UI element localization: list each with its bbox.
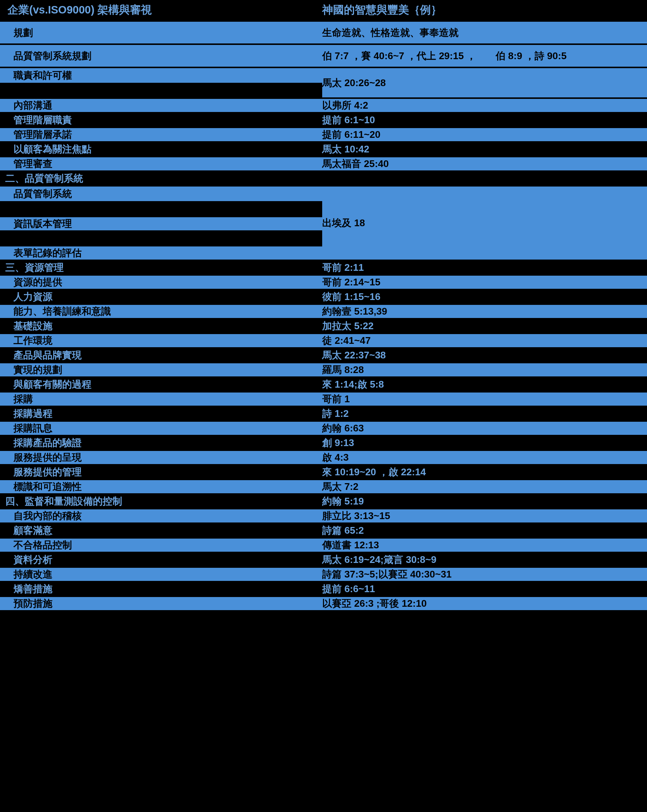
table-cell-left: 表單記錄的評估	[0, 245, 322, 259]
table-row: 顧客滿意詩篇 65:2	[0, 522, 647, 537]
table-cell-left: 管理者代表	[0, 83, 322, 98]
table-row: 規劃生命造就、性格造就、事奉造就	[0, 20, 647, 43]
table-cell-left: 文件要求	[0, 201, 322, 216]
table-cell-left: 以顧客為關注焦點	[0, 143, 322, 156]
table-cell-left: 人力資源	[0, 290, 322, 304]
table-row: 品質管制系統規劃伯 7:7 ，賽 40:6~7 ，代上 29:15 ， 伯 8:…	[0, 43, 647, 67]
table-cell-left: 服務提供的呈現	[0, 451, 322, 464]
table-row: 實現的規劃羅馬 8:28	[0, 362, 647, 376]
table-cell-right: 來 10:19~20 ，啟 22:14	[322, 466, 647, 479]
table-cell-right: 詩 1:2	[322, 407, 647, 420]
table-cell-right: 哥前 2:14~15	[322, 276, 647, 289]
table-cell-left: 管理階層承諾	[0, 128, 322, 141]
table-cell-right: 馬太 22:37~38	[322, 349, 647, 362]
table-row: 能力、培養訓練和意識約翰壹 5:13,39	[0, 304, 647, 318]
table-cell-left: 資源的提供	[0, 276, 322, 289]
table-row: 管理審查馬太福音 25:40	[0, 156, 647, 170]
table-cell-left: 實現的規劃	[0, 363, 322, 376]
table-cell-right: 馬太 10:42	[322, 143, 647, 156]
table-row: 二、品質管制系統	[0, 170, 647, 185]
table-cell-left: 工作環境	[0, 334, 322, 347]
table-cell-right: 傳道書 12:13	[322, 539, 647, 552]
table-cell-left: 服務提供的管理	[0, 466, 322, 479]
table-cell-right: 以弗所 4:2	[322, 99, 647, 112]
table-cell-right: 馬太 6:19~24;箴言 30:8~9	[322, 553, 647, 566]
table-cell-right: 馬太 7:2	[322, 480, 647, 493]
table-cell-right: 約翰壹 5:13,39	[322, 305, 647, 318]
table-cell-left: 規劃	[0, 22, 322, 43]
table-row: 採購訊息約翰 6:63	[0, 420, 647, 435]
table-cell-right: 提前 6:11~20	[322, 128, 647, 141]
table-cell-left: 四、監督和量測設備的控制	[0, 495, 322, 508]
table-cell-left: 採購過程	[0, 407, 322, 420]
table-row: 資源的提供哥前 2:14~15	[0, 274, 647, 289]
table-header: 企業(vs.ISO9000) 架構與審視 神國的智慧與豐美｛例｝	[0, 0, 647, 20]
table-cell-left: 品質管制系統	[0, 186, 322, 201]
header-right: 神國的智慧與豐美｛例｝	[322, 3, 647, 18]
table-row: 內部溝通以弗所 4:2	[0, 98, 647, 112]
table-row: 服務提供的管理來 10:19~20 ，啟 22:14	[0, 464, 647, 479]
table-cell-left: 顧客滿意	[0, 524, 322, 537]
table-cell-left: 產品與品牌實現	[0, 349, 322, 362]
table-row: 管理階層承諾提前 6:11~20	[0, 127, 647, 141]
table-cell-left: 與顧客有關的過程	[0, 378, 322, 391]
table-cell-left: 矯善措施	[0, 582, 322, 595]
table-cell-left: 流程規劃	[0, 230, 322, 245]
table-cell-right: 腓立比 3:13~15	[322, 509, 647, 522]
table-row: 採購產品的驗證創 9:13	[0, 435, 647, 449]
table-cell-left: 採購訊息	[0, 422, 322, 435]
table-cell-left: 二、品質管制系統	[0, 172, 322, 185]
table-cell-left: 職責和許可權	[0, 68, 322, 83]
table-cell-right: 約翰 6:63	[322, 422, 647, 435]
table-row: 以顧客為關注焦點馬太 10:42	[0, 141, 647, 156]
table-cell-right: 生命造就、性格造就、事奉造就	[322, 22, 647, 43]
table-cell-right: 馬太福音 25:40	[322, 157, 647, 170]
table-cell-right: 提前 6:6~11	[322, 582, 647, 595]
table-cell-right: 詩篇 37:3~5;以賽亞 40:30~31	[322, 568, 647, 581]
table-cell-right: 加拉太 5:22	[322, 319, 647, 333]
table-cell-left: 採購	[0, 392, 322, 406]
table-row: 自我內部的稽核腓立比 3:13~15	[0, 508, 647, 522]
table-row: 產品與品牌實現馬太 22:37~38	[0, 347, 647, 362]
table-row: 資料分析馬太 6:19~24;箴言 30:8~9	[0, 552, 647, 566]
table-cell-right: 哥前 1	[322, 392, 647, 406]
table-cell-right: 來 1:14;啟 5:8	[322, 378, 647, 391]
table-cell-right: 啟 4:3	[322, 451, 647, 464]
table-row: 不合格品控制傳道書 12:13	[0, 537, 647, 552]
group-left: 品質管制系統文件要求資訊版本管理流程規劃表單記錄的評估	[0, 186, 322, 259]
table-row: 矯善措施提前 6:6~11	[0, 581, 647, 595]
table-cell-right: 羅馬 8:28	[322, 363, 647, 376]
table-cell-left: 資料分析	[0, 553, 322, 566]
table-cell-left: 不合格品控制	[0, 539, 322, 552]
table-cell-right: 哥前 2:11	[322, 261, 647, 274]
table-row: 採購哥前 1	[0, 391, 647, 406]
table-cell-left: 預防措施	[0, 597, 322, 610]
row-group: 職責和許可權管理者代表馬太 20:26~28	[0, 67, 647, 98]
table-cell-right: 徒 2:41~47	[322, 334, 647, 347]
table-cell-right: 彼前 1:15~16	[322, 290, 647, 304]
table-cell-left: 基礎設施	[0, 319, 322, 333]
table-cell-right: 約翰 5:19	[322, 495, 647, 508]
table-cell-left: 持續改進	[0, 568, 322, 581]
table-cell-right-merged: 馬太 20:26~28	[322, 68, 647, 98]
table-cell-left: 管理階層職責	[0, 113, 322, 127]
header-left: 企業(vs.ISO9000) 架構與審視	[0, 3, 322, 18]
table-cell-right: 提前 6:1~10	[322, 113, 647, 127]
table-row: 人力資源彼前 1:15~16	[0, 289, 647, 304]
table-cell-right: 伯 7:7 ，賽 40:6~7 ，代上 29:15 ， 伯 8:9 ，詩 90:…	[322, 45, 647, 67]
table-cell-left: 資訊版本管理	[0, 216, 322, 230]
table-cell-right: 詩篇 65:2	[322, 524, 647, 537]
table-row: 與顧客有關的過程來 1:14;啟 5:8	[0, 376, 647, 391]
table-cell-left: 管理審查	[0, 157, 322, 170]
table-body: 規劃生命造就、性格造就、事奉造就品質管制系統規劃伯 7:7 ，賽 40:6~7 …	[0, 20, 647, 610]
table-cell-left: 採購產品的驗證	[0, 437, 322, 449]
table-row: 基礎設施加拉太 5:22	[0, 318, 647, 333]
table-row: 預防措施以賽亞 26:3 ;哥後 12:10	[0, 595, 647, 610]
row-group: 品質管制系統文件要求資訊版本管理流程規劃表單記錄的評估出埃及 18	[0, 185, 647, 259]
table-row: 服務提供的呈現啟 4:3	[0, 449, 647, 464]
table-cell-left: 內部溝通	[0, 99, 322, 112]
table-cell-left: 自我內部的稽核	[0, 509, 322, 522]
table-cell-right-merged: 出埃及 18	[322, 186, 647, 259]
table-cell-right: 創 9:13	[322, 437, 647, 449]
table-cell-left: 品質管制系統規劃	[0, 45, 322, 67]
